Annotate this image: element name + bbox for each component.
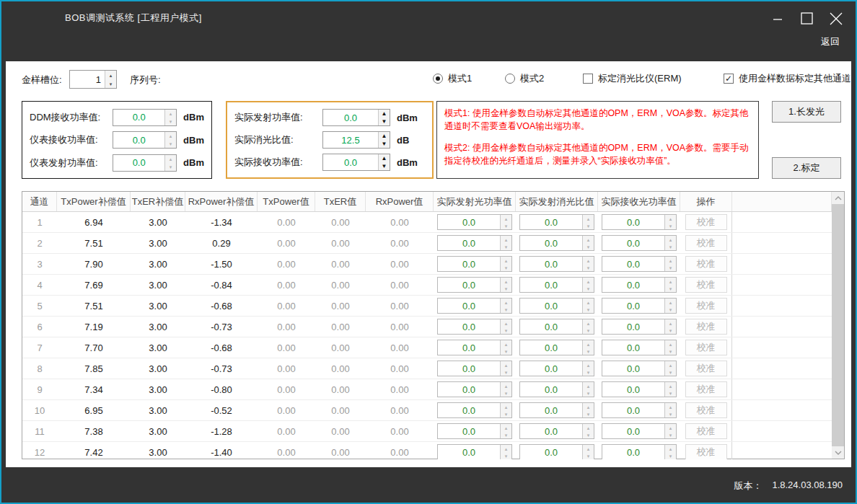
down-arrow-icon[interactable]: ▾ — [501, 243, 511, 250]
up-arrow-icon[interactable]: ▲ — [379, 132, 390, 140]
down-arrow-icon[interactable]: ▾ — [665, 222, 676, 229]
spinner-arrows[interactable]: ▴▾ — [664, 257, 676, 271]
spinner-arrows[interactable]: ▴▾ — [664, 382, 676, 397]
calibrate-row-button[interactable]: 校准 — [685, 214, 727, 230]
up-arrow-icon[interactable]: ▴ — [165, 132, 176, 140]
meter-tx-power-spinner[interactable]: 0.0 ▴▾ — [113, 154, 177, 172]
actual-rx-power-row-spinner[interactable]: 0.0 ▴▾ — [602, 319, 677, 335]
spinner-arrows[interactable]: ▴▾ — [664, 215, 676, 229]
up-arrow-icon[interactable]: ▴ — [583, 340, 594, 348]
down-arrow-icon[interactable]: ▾ — [583, 452, 594, 459]
actual-rx-power-row-spinner[interactable]: 0.0 ▴▾ — [602, 277, 677, 293]
actual-tx-er-row-spinner[interactable]: 0.0 ▴▾ — [519, 298, 594, 314]
mode1-radio[interactable]: 模式1 — [433, 72, 472, 85]
up-arrow-icon[interactable]: ▴ — [665, 236, 676, 243]
actual-tx-er-row-spinner[interactable]: 0.0 ▴▾ — [519, 319, 594, 335]
spinner-arrows[interactable]: ▴▾ — [664, 361, 676, 376]
down-arrow-icon[interactable]: ▼ — [379, 162, 390, 170]
up-arrow-icon[interactable]: ▴ — [501, 278, 511, 285]
down-arrow-icon[interactable]: ▾ — [583, 431, 594, 438]
down-arrow-icon[interactable]: ▾ — [165, 118, 176, 125]
up-arrow-icon[interactable]: ▴ — [665, 361, 676, 368]
close-button[interactable] — [825, 9, 847, 29]
actual-tx-power-row-spinner[interactable]: 0.0 ▴▾ — [437, 214, 512, 230]
up-arrow-icon[interactable]: ▴ — [501, 445, 511, 452]
down-arrow-icon[interactable]: ▾ — [665, 327, 676, 334]
actual-tx-power-row-spinner[interactable]: 0.0 ▴▾ — [437, 423, 512, 439]
up-arrow-icon[interactable]: ▴ — [583, 361, 594, 368]
up-arrow-icon[interactable]: ▴ — [105, 71, 116, 79]
up-arrow-icon[interactable]: ▴ — [665, 424, 676, 431]
up-arrow-icon[interactable]: ▴ — [501, 299, 511, 306]
up-arrow-icon[interactable]: ▴ — [501, 382, 511, 389]
spinner-arrows[interactable]: ▴▾ — [582, 215, 594, 229]
up-arrow-icon[interactable]: ▴ — [665, 340, 676, 348]
down-arrow-icon[interactable]: ▾ — [501, 306, 511, 313]
actual-rx-power-row-spinner[interactable]: 0.0 ▴▾ — [602, 361, 677, 376]
actual-tx-power-row-spinner[interactable]: 0.0 ▴▾ — [437, 298, 512, 314]
spinner-arrows[interactable]: ▲▼ — [378, 132, 390, 148]
spinner-arrows[interactable]: ▴▾ — [582, 257, 594, 271]
erm-checkbox[interactable]: 标定消光比仪(ERM) — [583, 72, 682, 85]
calibrate-row-button[interactable]: 校准 — [685, 235, 727, 251]
down-arrow-icon[interactable]: ▾ — [501, 348, 511, 355]
down-arrow-icon[interactable]: ▾ — [105, 79, 116, 88]
spinner-arrows[interactable]: ▴▾ — [582, 424, 594, 438]
actual-tx-er-row-spinner[interactable]: 0.0 ▴▾ — [519, 277, 594, 293]
actual-tx-er-row-spinner[interactable]: 0.0 ▴▾ — [519, 235, 594, 251]
up-arrow-icon[interactable]: ▴ — [501, 340, 511, 348]
spinner-arrows[interactable]: ▴▾ — [664, 299, 676, 313]
down-arrow-icon[interactable]: ▾ — [501, 410, 511, 417]
down-arrow-icon[interactable]: ▾ — [501, 368, 511, 376]
up-arrow-icon[interactable]: ▴ — [501, 361, 511, 368]
down-arrow-icon[interactable]: ▼ — [379, 118, 390, 125]
slot-spinner-value[interactable]: 1 — [70, 71, 105, 88]
spinner-arrows[interactable]: ▴▾ — [664, 424, 676, 438]
spinner-arrows[interactable]: ▴▾ — [500, 236, 511, 250]
actual-rx-power-row-spinner[interactable]: 0.0 ▴▾ — [602, 423, 677, 439]
actual-tx-er-row-spinner[interactable]: 0.0 ▴▾ — [519, 444, 594, 459]
spinner-arrows[interactable]: ▴▾ — [582, 445, 594, 459]
down-arrow-icon[interactable]: ▾ — [665, 368, 676, 376]
spinner-arrows[interactable]: ▴▾ — [500, 361, 511, 376]
spinner-arrows[interactable]: ▴▾ — [664, 319, 676, 334]
down-arrow-icon[interactable]: ▾ — [501, 431, 511, 438]
actual-tx-er-row-spinner[interactable]: 0.0 ▴▾ — [519, 214, 594, 230]
actual-tx-er-row-spinner[interactable]: 0.0 ▴▾ — [519, 402, 594, 418]
up-arrow-icon[interactable]: ▴ — [583, 319, 594, 327]
actual-rx-power-spinner[interactable]: 0.0 ▲▼ — [322, 154, 390, 171]
up-arrow-icon[interactable]: ▴ — [665, 257, 676, 264]
up-arrow-icon[interactable]: ▴ — [501, 215, 511, 222]
down-arrow-icon[interactable]: ▾ — [665, 410, 676, 417]
long-light-button[interactable]: 1.长发光 — [772, 101, 841, 123]
spinner-arrows[interactable]: ▴▾ — [664, 403, 676, 417]
spinner-arrows[interactable]: ▲▼ — [378, 154, 390, 170]
up-arrow-icon[interactable]: ▴ — [583, 445, 594, 452]
up-arrow-icon[interactable]: ▴ — [165, 110, 176, 118]
checkbox-checked-icon[interactable]: ✓ — [724, 74, 734, 84]
calibrate-row-button[interactable]: 校准 — [685, 277, 727, 293]
minimize-button[interactable] — [768, 9, 789, 29]
down-arrow-icon[interactable]: ▾ — [501, 389, 511, 397]
scroll-up-button[interactable] — [832, 192, 844, 204]
down-arrow-icon[interactable]: ▾ — [665, 285, 676, 292]
actual-rx-power-row-spinner[interactable]: 0.0 ▴▾ — [602, 340, 677, 355]
actual-tx-er-row-spinner[interactable]: 0.0 ▴▾ — [519, 361, 594, 376]
actual-tx-er-row-spinner[interactable]: 0.0 ▴▾ — [519, 381, 594, 397]
spinner-arrows[interactable]: ▴▾ — [664, 236, 676, 250]
down-arrow-icon[interactable]: ▾ — [665, 452, 676, 459]
actual-rx-power-row-spinner[interactable]: 0.0 ▴▾ — [602, 214, 677, 230]
up-arrow-icon[interactable]: ▴ — [583, 424, 594, 431]
spinner-arrows[interactable]: ▴▾ — [582, 278, 594, 292]
spinner-arrows[interactable]: ▴▾ — [582, 382, 594, 397]
down-arrow-icon[interactable]: ▾ — [583, 285, 594, 292]
down-arrow-icon[interactable]: ▾ — [665, 431, 676, 438]
actual-tx-power-row-spinner[interactable]: 0.0 ▴▾ — [437, 361, 512, 376]
down-arrow-icon[interactable]: ▾ — [501, 222, 511, 229]
up-arrow-icon[interactable]: ▴ — [165, 155, 176, 163]
spinner-arrows[interactable]: ▴▾ — [500, 382, 511, 397]
down-arrow-icon[interactable]: ▾ — [165, 140, 176, 148]
spinner-arrows[interactable]: ▴▾ — [582, 319, 594, 334]
spinner-arrows[interactable]: ▴▾ — [500, 299, 511, 313]
up-arrow-icon[interactable]: ▴ — [583, 236, 594, 243]
